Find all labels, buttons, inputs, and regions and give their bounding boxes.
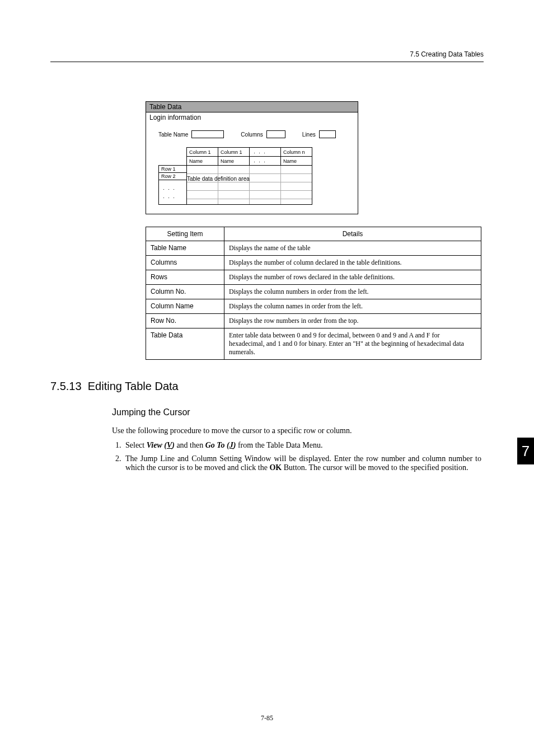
setting-item: Table Data [146,328,224,360]
menu-goto: Go To (J) [205,441,236,449]
chapter-tab: 7 [517,438,534,464]
table-row: Table DataEnter table data between 0 and… [146,328,481,360]
setting-item: Rows [146,270,224,285]
col-header: Column n [281,148,312,157]
step-text: from the Table Data Menu. [236,441,322,449]
col-name: Name [187,157,218,166]
setting-details: Displays the name of the table [224,241,481,256]
step-text: and then [175,441,205,449]
step-text: Select [125,441,147,449]
section-heading: 7.5.13 Editing Table Data [50,380,484,393]
setting-details: Displays the number of column declared i… [224,256,481,270]
step-2: The Jump Line and Column Setting Window … [123,454,481,472]
menu-view: View (V) [147,441,175,449]
page-header-breadcrumb: 7.5 Creating Data Tables [50,50,484,58]
settings-header-item: Setting Item [146,227,224,241]
col-header: ．．． [250,148,281,157]
row-header: Row 1 [159,166,187,173]
settings-header-details: Details [224,227,481,241]
section-title: Editing Table Data [88,380,179,392]
table-row: Column NameDisplays the column names in … [146,299,481,314]
setting-item: Column No. [146,285,224,299]
table-row: RowsDisplays the number of rows declared… [146,270,481,285]
field-lines [319,130,336,138]
label-columns: Columns [241,132,263,138]
setting-item: Table Name [146,241,224,256]
setting-item: Columns [146,256,224,270]
diagram-subtitle: Login information [146,112,358,123]
setting-details: Displays the row numbers in order from t… [224,314,481,328]
col-header: Column 1 [218,148,250,157]
setting-item: Column Name [146,299,224,314]
setting-details: Displays the column names in order from … [224,299,481,314]
row-header: Row 2 [159,173,187,180]
page-number: 7-85 [0,714,534,722]
field-columns [266,130,285,138]
col-name: ．．． [250,157,281,166]
table-row: Table NameDisplays the name of the table [146,241,481,256]
diagram-titlebar: Table Data [146,102,358,112]
label-table-name: Table Name [158,132,188,138]
table-row: Column No.Displays the column numbers in… [146,285,481,299]
step-text: Button. The cursor will be moved to the … [282,463,468,472]
section-number: 7.5.13 [50,380,82,392]
intro-paragraph: Use the following procedure to move the … [112,426,481,435]
field-table-name [191,130,224,138]
col-header: Column 1 [187,148,218,157]
row-header-dots: ．．． ．．． [159,180,187,205]
table-row: Row No.Displays the row numbers in order… [146,314,481,328]
setting-details: Enter table data between 0 and 9 for dec… [224,328,481,360]
col-name: Name [281,157,312,166]
settings-table: Setting Item Details Table NameDisplays … [146,227,481,360]
setting-details: Displays the number of rows declared in … [224,270,481,285]
ok-button-ref: OK [269,463,282,472]
data-area-label: Table data definition area [187,176,312,182]
label-lines: Lines [302,132,316,138]
setting-item: Row No. [146,314,224,328]
setting-details: Displays the column numbers in order fro… [224,285,481,299]
table-data-diagram: Table Data Login information Table Name … [146,101,484,214]
step-1: Select View (V) and then Go To (J) from … [123,441,481,450]
header-rule [50,62,484,62]
subsection-heading: Jumping the Cursor [112,407,484,417]
col-name: Name [218,157,250,166]
diagram-grid: Column 1 Column 1 ．．． Column n Name Name… [158,147,312,205]
table-row: ColumnsDisplays the number of column dec… [146,256,481,270]
